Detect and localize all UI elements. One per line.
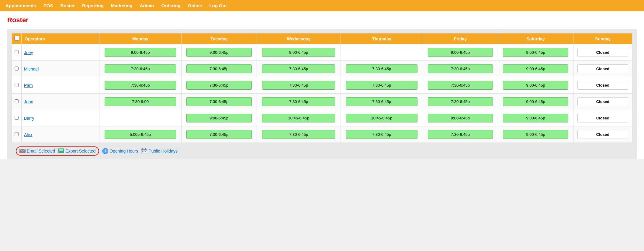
row-checkbox-cell[interactable] <box>12 77 22 94</box>
select-all-checkbox[interactable] <box>14 36 19 41</box>
cell-friday[interactable]: 7:30-6:45p <box>423 61 498 77</box>
opening-hours-button[interactable]: Opening Hours <box>102 148 138 154</box>
time-block: 7:30-6:45p <box>186 81 252 90</box>
cell-saturday[interactable]: 9:00-6:45p <box>498 110 573 126</box>
cell-saturday[interactable]: 9:00-6:45p <box>498 61 573 77</box>
clock-svg-icon <box>102 148 108 154</box>
cell-wednesday[interactable]: 7:30-6:45p <box>257 94 341 110</box>
row-checkbox-cell[interactable] <box>12 126 22 143</box>
cell-sunday[interactable]: Closed <box>573 77 632 94</box>
public-holidays-button[interactable]: Public Holidays <box>141 148 178 154</box>
cell-friday[interactable]: 9:00-6:45p <box>423 110 498 126</box>
row-checkbox[interactable] <box>15 116 19 120</box>
email-selected-button[interactable]: Email Selected <box>19 149 55 153</box>
row-checkbox[interactable] <box>15 132 19 136</box>
cell-monday[interactable]: 7:30-6:45p <box>99 77 182 94</box>
operator-link[interactable]: Joey <box>24 50 33 55</box>
time-block: 7:30-6:45p <box>428 81 493 90</box>
row-checkbox[interactable] <box>15 67 19 70</box>
operator-link[interactable]: Alex <box>24 132 32 137</box>
nav-ordering[interactable]: Ordering <box>161 3 180 8</box>
operator-name-cell: Joey <box>22 44 99 61</box>
nav-marketing[interactable]: Marketing <box>111 3 133 8</box>
empty-block <box>101 114 172 123</box>
cell-thursday[interactable]: 7:30-6:45p <box>341 94 423 110</box>
table-row: John7:30-9:007:30-6:45p7:30-6:45p7:30-6:… <box>12 94 632 110</box>
cell-friday[interactable]: 7:30-6:45p <box>423 77 498 94</box>
row-checkbox[interactable] <box>15 50 19 54</box>
time-block: 9:00-6:45p <box>503 81 568 90</box>
cell-thursday[interactable] <box>341 44 423 61</box>
nav-reporting[interactable]: Reporting <box>82 3 104 8</box>
cell-thursday[interactable]: 7:30-6:45p <box>341 126 423 143</box>
select-all-header[interactable] <box>12 33 22 44</box>
cell-tuesday[interactable]: 9:00-6:45p <box>181 110 257 126</box>
nav-roster[interactable]: Roster <box>61 3 75 8</box>
closed-indicator: Closed <box>577 130 628 139</box>
cell-saturday[interactable]: 9:00-6:45p <box>498 94 573 110</box>
cell-sunday[interactable]: Closed <box>573 110 632 126</box>
time-block: 7:30-6:45p <box>346 64 417 73</box>
nav-pos[interactable]: POS <box>43 3 53 8</box>
email-svg-icon <box>19 149 26 153</box>
cell-thursday[interactable]: 10:45-6:45p <box>341 110 423 126</box>
nav-online[interactable]: Online <box>188 3 202 8</box>
operator-name-cell: Barry <box>22 110 99 126</box>
cell-thursday[interactable]: 7:30-6:45p <box>341 77 423 94</box>
cell-monday[interactable] <box>99 110 182 126</box>
cell-wednesday[interactable]: 7:30-6:45p <box>257 61 341 77</box>
nav-admin[interactable]: Admin <box>140 3 154 8</box>
table-row: Michael7:30-6:45p7:30-6:45p7:30-6:45p7:3… <box>12 61 632 77</box>
row-checkbox[interactable] <box>15 83 19 87</box>
cell-saturday[interactable]: 9:00-6:45p <box>498 44 573 61</box>
cell-sunday[interactable]: Closed <box>573 94 632 110</box>
cell-tuesday[interactable]: 9:00-6:45p <box>181 44 257 61</box>
operator-link[interactable]: Pam <box>24 83 33 88</box>
cell-friday[interactable]: 7:30-6:45p <box>423 94 498 110</box>
cell-sunday[interactable]: Closed <box>573 44 632 61</box>
operator-name-cell: Michael <box>22 61 99 77</box>
time-block: 9:00-6:45p <box>428 114 493 122</box>
cell-tuesday[interactable]: 7:30-6:45p <box>181 126 257 143</box>
cell-friday[interactable]: 9:00-6:45p <box>423 44 498 61</box>
row-checkbox-cell[interactable] <box>12 44 22 61</box>
cell-tuesday[interactable]: 7:30-6:45p <box>181 61 257 77</box>
cell-sunday[interactable]: Closed <box>573 61 632 77</box>
cell-monday[interactable]: 5:00p-6:45p <box>99 126 182 143</box>
row-checkbox-cell[interactable] <box>12 110 22 126</box>
cell-wednesday[interactable]: 9:00-6:45p <box>257 44 341 61</box>
cell-wednesday[interactable]: 7:30-6:45p <box>257 77 341 94</box>
table-row: Alex5:00p-6:45p7:30-6:45p7:30-6:45p7:30-… <box>12 126 632 143</box>
operator-link[interactable]: Michael <box>24 67 39 71</box>
col-saturday: Saturday <box>498 33 573 44</box>
cell-tuesday[interactable]: 7:30-6:45p <box>181 94 257 110</box>
cell-thursday[interactable]: 7:30-6:45p <box>341 61 423 77</box>
svg-rect-13 <box>142 151 143 152</box>
top-navigation: Appointments POS Roster Reporting Market… <box>0 0 644 11</box>
cell-monday[interactable]: 7:30-9:00 <box>99 94 182 110</box>
cell-tuesday[interactable]: 7:30-6:45p <box>181 77 257 94</box>
svg-point-8 <box>105 151 106 152</box>
cell-friday[interactable]: 7:30-6:45p <box>423 126 498 143</box>
operator-link[interactable]: Barry <box>24 116 34 121</box>
export-selected-button[interactable]: Export Selected <box>58 148 95 154</box>
cell-monday[interactable]: 7:30-6:45p <box>99 61 182 77</box>
cell-wednesday[interactable]: 7:30-6:45p <box>257 126 341 143</box>
cell-saturday[interactable]: 9:00-6:45p <box>498 126 573 143</box>
nav-appointments[interactable]: Appointments <box>5 3 36 8</box>
cell-wednesday[interactable]: 10:45-6:45p <box>257 110 341 126</box>
time-block: 9:00-6:45p <box>503 114 568 122</box>
row-checkbox-cell[interactable] <box>12 61 22 77</box>
operator-name-cell: Alex <box>22 126 99 143</box>
row-checkbox-cell[interactable] <box>12 94 22 110</box>
cell-sunday[interactable]: Closed <box>573 126 632 143</box>
row-checkbox[interactable] <box>15 99 19 103</box>
operator-link[interactable]: John <box>24 99 33 104</box>
cell-saturday[interactable]: 9:00-6:45p <box>498 77 573 94</box>
svg-rect-10 <box>141 149 147 150</box>
time-block: 7:30-6:45p <box>262 97 335 106</box>
cell-monday[interactable]: 9:00-6:45p <box>99 44 182 61</box>
svg-rect-17 <box>144 153 144 153</box>
nav-logout[interactable]: Log Out <box>209 3 227 8</box>
time-block: 5:00p-6:45p <box>105 130 176 139</box>
